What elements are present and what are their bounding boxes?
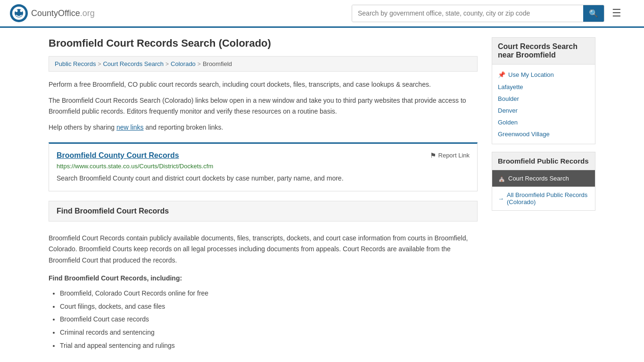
breadcrumb-sep-1: > [98,61,101,67]
list-item: Trial and appeal sentencing and rulings [60,340,478,352]
sidebar-all-records[interactable]: → All Broomfield Public Records (Colorad… [492,187,595,210]
record-url[interactable]: https://www.courts.state.co.us/Courts/Di… [57,163,470,170]
sidebar-use-location[interactable]: 📌 Use My Location [492,68,595,81]
breadcrumb-public-records[interactable]: Public Records [55,60,96,67]
sidebar-near-title: Court Records Search near Broomfield [492,37,595,65]
breadcrumb-sep-3: > [198,61,201,67]
list-item: Criminal records and sentencing [60,327,478,338]
report-link-button[interactable]: ⚑ Report Link [430,151,470,160]
court-icon: ⛪ [498,175,505,182]
flag-icon: ⚑ [430,151,436,160]
location-pin-icon: 📌 [498,71,505,78]
sidebar-item-greenwood[interactable]: Greenwood Village [492,128,595,140]
page-title: Broomfield Court Records Search (Colorad… [49,37,478,49]
logo[interactable]: CountyOffice.org [9,4,95,23]
arrow-icon: → [498,195,504,202]
record-title[interactable]: Broomfield County Court Records [57,151,179,160]
find-section-body: Broomfield Court Records contain publicl… [49,227,478,352]
find-body-text: Broomfield Court Records contain publicl… [49,233,478,266]
sidebar-near-list: 📌 Use My Location Lafayette Boulder Denv… [492,65,595,144]
breadcrumb-broomfield: Broomfield [203,60,232,67]
breadcrumb-court-records[interactable]: Court Records Search [103,60,164,67]
record-card: Broomfield County Court Records ⚑ Report… [49,142,478,191]
find-section-title: Find Broomfield Court Records [57,207,169,215]
breadcrumb-colorado[interactable]: Colorado [171,60,196,67]
sidebar-item-denver[interactable]: Denver [492,105,595,116]
find-including-label: Find Broomfield Court Records, including… [49,273,478,284]
sidebar-item-golden[interactable]: Golden [492,116,595,128]
svg-point-3 [16,10,18,12]
sidebar: Court Records Search near Broomfield 📌 U… [492,37,595,354]
list-item: Broomfield, Colorado Court Records onlin… [60,288,478,299]
sidebar-item-lafayette[interactable]: Lafayette [492,81,595,93]
new-links-link[interactable]: new links [116,123,144,131]
find-section-header: Find Broomfield Court Records [49,201,478,222]
content-area: Broomfield Court Records Search (Colorad… [49,37,478,354]
list-item: Broomfield Court case records [60,314,478,325]
search-button[interactable]: 🔍 [583,5,604,22]
logo-icon [9,4,28,23]
search-icon: 🔍 [589,9,598,17]
find-list: Broomfield, Colorado Court Records onlin… [49,288,478,352]
sidebar-public-title: Broomfield Public Records [492,152,595,170]
intro-paragraph-3: Help others by sharing new links and rep… [49,122,478,132]
search-wrapper: 🔍 [352,5,604,22]
sidebar-public-list: ⛪ Court Records Search → All Broomfield … [492,170,595,211]
sidebar-active-court-records[interactable]: ⛪ Court Records Search [492,170,595,187]
menu-button[interactable]: ☰ [608,5,625,21]
search-input[interactable] [352,5,583,22]
breadcrumb: Public Records > Court Records Search > … [49,56,478,72]
breadcrumb-sep-2: > [165,61,169,67]
logo-text: CountyOffice.org [31,8,95,18]
record-description: Search Broomfield County court and distr… [57,173,470,183]
record-card-header: Broomfield County Court Records ⚑ Report… [57,151,470,160]
search-area: 🔍 ☰ [352,5,625,22]
sidebar-item-boulder[interactable]: Boulder [492,93,595,105]
intro-paragraph-1: Perform a free Broomfield, CO public cou… [49,79,478,90]
svg-point-4 [20,10,23,12]
hamburger-icon: ☰ [612,7,621,19]
intro-paragraph-2: The Broomfield Court Records Search (Col… [49,95,478,116]
list-item: Court filings, dockets, and case files [60,301,478,313]
